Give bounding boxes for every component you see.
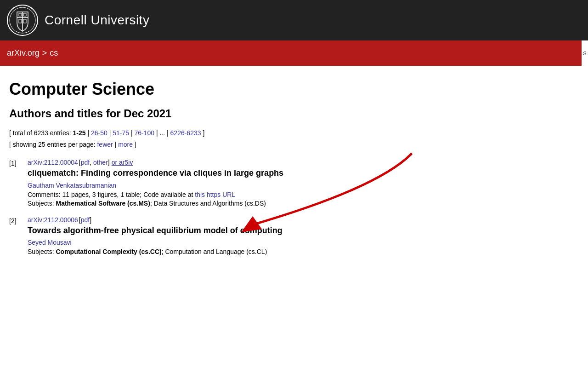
- arxiv-id-link-1[interactable]: arXiv:2112.00004: [28, 159, 78, 166]
- svg-rect-7: [23, 13, 26, 16]
- entry-title-1: cliquematch: Finding correspondence via …: [28, 168, 570, 178]
- entry-subjects-1: Subjects: Mathematical Software (cs.MS);…: [28, 200, 570, 207]
- entry-1: [1] arXiv:2112.00004 [pdf, other] or ar5…: [9, 159, 570, 207]
- total-label: [ total of 6233 entries:: [9, 129, 71, 137]
- arxiv-id-link-2[interactable]: arXiv:2112.00006: [28, 216, 78, 224]
- entry-body-2: arXiv:2112.00006 [pdf] Towards algorithm…: [28, 216, 570, 255]
- entry-number-1: [1]: [9, 159, 28, 207]
- breadcrumb-separator: >: [42, 48, 47, 58]
- page-link-last[interactable]: 6226-6233: [170, 129, 201, 137]
- breadcrumb: arXiv.org > cs: [7, 48, 58, 58]
- primary-subject-1: Mathematical Software (cs.MS): [56, 200, 150, 207]
- pagination-line-2: [ showing 25 entries per page: fewer | m…: [9, 139, 570, 150]
- pagination-end-bracket: ]: [203, 129, 204, 137]
- svg-rect-5: [23, 19, 26, 23]
- entry-bracket-links-1: [pdf, other]: [79, 159, 110, 166]
- page-link-26-50[interactable]: 26-50: [91, 129, 107, 137]
- page-link-76-100[interactable]: 76-100: [134, 129, 154, 137]
- ar5iv-link-1[interactable]: or ar5iv: [112, 159, 133, 166]
- svg-rect-4: [19, 19, 22, 23]
- showing-end: ]: [135, 141, 136, 148]
- entry-title-2: Towards algorithm-free physical equilibr…: [28, 225, 570, 236]
- pdf-link-2[interactable]: pdf: [81, 216, 90, 224]
- other-link-1[interactable]: other: [93, 159, 108, 166]
- page-heading: Computer Science: [9, 80, 570, 99]
- search-box-stub: S: [582, 40, 588, 66]
- main-content: Computer Science Authors and titles for …: [0, 66, 579, 278]
- cornell-logo: [7, 5, 38, 36]
- entry-number-2: [2]: [9, 216, 28, 255]
- arxiv-home-link[interactable]: arXiv.org: [7, 48, 40, 58]
- entry-2: [2] arXiv:2112.00006 [pdf] Towards algor…: [9, 216, 570, 255]
- section-heading: Authors and titles for Dec 2021: [9, 107, 570, 120]
- university-name: Cornell University: [45, 13, 149, 28]
- current-range: 1-25: [73, 129, 86, 137]
- primary-subject-2: Computational Complexity (cs.CC): [56, 248, 161, 255]
- entry-subjects-2: Subjects: Computational Complexity (cs.C…: [28, 248, 570, 255]
- comments-url-link-1[interactable]: this https URL: [195, 191, 235, 198]
- pagination-info: [ total of 6233 entries: 1-25 | 26-50 | …: [9, 127, 570, 150]
- entry-author-2[interactable]: Seyed Mousavi: [28, 239, 570, 246]
- svg-rect-6: [19, 13, 22, 16]
- entry-id-line-1: arXiv:2112.00004 [pdf, other] or ar5iv: [28, 159, 570, 166]
- cs-section-link[interactable]: cs: [50, 48, 58, 58]
- entry-body-1: arXiv:2112.00004 [pdf, other] or ar5iv c…: [28, 159, 570, 207]
- pdf-link-1[interactable]: pdf: [81, 159, 90, 166]
- more-link[interactable]: more: [118, 141, 133, 148]
- nav-bar: arXiv.org > cs S: [0, 40, 588, 66]
- search-stub-text: S: [583, 51, 586, 56]
- entry-bracket-links-2: [pdf]: [79, 216, 91, 224]
- entry-id-line-2: arXiv:2112.00006 [pdf]: [28, 216, 570, 224]
- site-header: Cornell University: [0, 0, 588, 40]
- entry-comments-1: Comments: 11 pages, 3 figures, 1 table; …: [28, 191, 570, 198]
- showing-label: [ showing 25 entries per page:: [9, 141, 96, 148]
- pagination-line-1: [ total of 6233 entries: 1-25 | 26-50 | …: [9, 127, 570, 139]
- page-link-51-75[interactable]: 51-75: [113, 129, 129, 137]
- entry-author-1[interactable]: Gautham Venkatasubramanian: [28, 182, 570, 189]
- fewer-link[interactable]: fewer: [97, 141, 113, 148]
